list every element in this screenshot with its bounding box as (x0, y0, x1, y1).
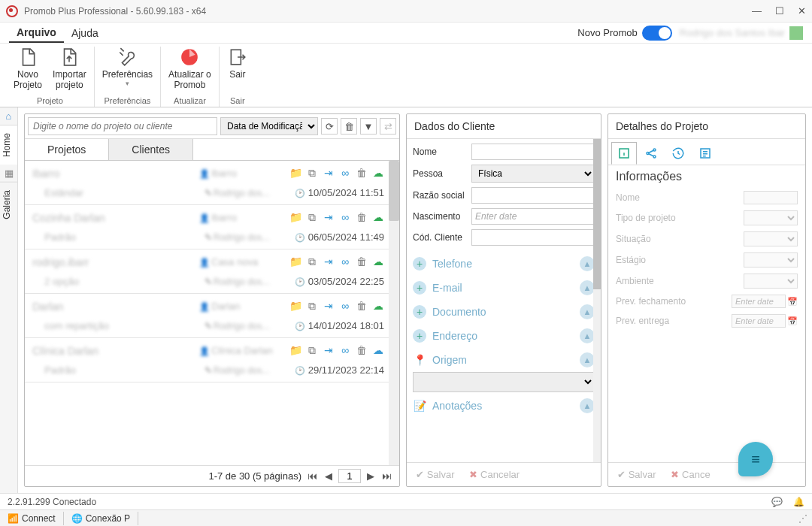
chat-fab-button[interactable]: ≡ (738, 442, 773, 476)
project-row[interactable]: rodrigo.ibarr Casa nova 📁 ⧉ ⇥ ∞ 🗑 ☁ 2 op… (25, 249, 399, 294)
input-nascimento[interactable] (471, 208, 595, 225)
calendar-icon[interactable]: 📅 (787, 297, 798, 307)
trash-icon[interactable]: 🗑 (356, 255, 368, 268)
copy-icon[interactable]: ⧉ (306, 167, 318, 180)
export-icon[interactable]: ⇥ (323, 211, 335, 224)
section-email[interactable]: +E-mail▲ (413, 274, 595, 298)
section-telefone[interactable]: +Telefone▲ (413, 250, 595, 274)
folder-icon[interactable]: 📁 (289, 211, 301, 224)
section-endereco[interactable]: +Endereço▲ (413, 322, 595, 346)
avatar[interactable] (789, 26, 803, 40)
section-anotacoes[interactable]: 📝Anotações▲ (413, 392, 595, 416)
bell-icon[interactable]: 🔔 (793, 497, 804, 507)
atualizar-button[interactable]: Atualizar o Promob (168, 47, 211, 91)
input-prev-entr[interactable] (732, 314, 786, 328)
input-cod[interactable] (471, 229, 595, 246)
folder-icon[interactable]: 📁 (289, 344, 301, 357)
tab-share-icon[interactable] (638, 142, 664, 165)
resize-grip-icon[interactable]: ⋰ (794, 513, 812, 524)
select-origem[interactable] (413, 372, 595, 392)
share-icon[interactable]: ∞ (339, 211, 351, 224)
menu-arquivo[interactable]: Arquivo (9, 23, 64, 43)
folder-icon[interactable]: 📁 (289, 255, 301, 268)
copy-icon[interactable]: ⧉ (306, 211, 318, 224)
project-row[interactable]: Cozinha Darlan Ibarro 📁 ⧉ ⇥ ∞ 🗑 ☁ Padrão… (25, 205, 399, 249)
trash-icon[interactable]: 🗑 (356, 211, 368, 224)
trash-icon[interactable]: 🗑 (356, 300, 368, 313)
cloud-icon[interactable]: ☁ (372, 344, 384, 357)
refresh-icon[interactable]: ⟳ (321, 118, 338, 135)
copy-icon[interactable]: ⧉ (306, 255, 318, 268)
select-estagio[interactable] (744, 252, 798, 268)
input-prev-fech[interactable] (732, 295, 786, 308)
cloud-icon[interactable]: ☁ (372, 167, 384, 180)
copy-icon[interactable]: ⧉ (306, 344, 318, 357)
export-icon[interactable]: ⇥ (323, 255, 335, 268)
scrollbar[interactable] (593, 139, 601, 462)
input-nome[interactable] (471, 144, 595, 160)
menu-ajuda[interactable]: Ajuda (64, 24, 106, 42)
sair-button[interactable]: Sair (227, 47, 248, 80)
trash-icon[interactable]: 🗑 (356, 167, 368, 180)
tab-checklist-icon[interactable] (692, 142, 718, 165)
share-icon[interactable]: ∞ (339, 300, 351, 313)
sort-select[interactable]: Data de Modificação (220, 117, 318, 135)
tab-history-icon[interactable] (665, 142, 691, 165)
close-icon[interactable]: ✕ (798, 5, 806, 17)
select-tipo[interactable] (744, 210, 798, 225)
cancelar-cliente-button[interactable]: Cancelar (469, 469, 520, 480)
trash-icon[interactable]: 🗑 (341, 118, 357, 135)
cancelar-projeto-button[interactable]: Cance (671, 469, 710, 480)
input-razao[interactable] (471, 187, 595, 204)
pager-last-icon[interactable]: ⏭ (380, 470, 393, 482)
tab-projetos[interactable]: Projetos (25, 139, 109, 160)
select-situacao[interactable] (744, 231, 798, 246)
export-icon[interactable]: ⇥ (323, 167, 335, 180)
minimize-icon[interactable]: — (752, 5, 762, 17)
novo-projeto-button[interactable]: Novo Projeto (14, 47, 42, 91)
project-row[interactable]: Clínica Darlan Clínica Darlan 📁 ⧉ ⇥ ∞ 🗑 … (25, 338, 399, 382)
statustab-conexao[interactable]: 🌐Conexão P (64, 512, 138, 525)
select-ambiente[interactable] (744, 274, 798, 289)
pager-page-input[interactable] (338, 469, 361, 483)
novo-promob-toggle[interactable] (642, 26, 672, 41)
importar-projeto-button[interactable]: Importar projeto (53, 47, 86, 91)
sync-icon[interactable]: ⇄ (380, 118, 396, 135)
input-nome-proj[interactable] (744, 191, 798, 204)
share-icon[interactable]: ∞ (339, 167, 351, 180)
label-nome: Nome (413, 147, 471, 157)
folder-icon[interactable]: 📁 (289, 167, 301, 180)
maximize-icon[interactable]: ☐ (775, 5, 784, 17)
export-icon[interactable]: ⇥ (323, 344, 335, 357)
statustab-connect[interactable]: 📶Connect (0, 512, 64, 525)
tab-info-icon[interactable] (611, 142, 637, 165)
select-pessoa[interactable]: Física (471, 165, 595, 183)
section-documento[interactable]: +Documento▲ (413, 298, 595, 322)
folder-icon[interactable]: 📁 (289, 300, 301, 313)
sidetab-galeria[interactable]: Galeria (0, 182, 17, 227)
share-icon[interactable]: ∞ (339, 344, 351, 357)
pager-prev-icon[interactable]: ◀ (323, 470, 334, 482)
section-origem[interactable]: 📍Origem▲ (413, 346, 595, 370)
copy-icon[interactable]: ⧉ (306, 300, 318, 313)
share-icon[interactable]: ∞ (339, 255, 351, 268)
scrollbar[interactable] (389, 161, 399, 465)
preferencias-button[interactable]: Preferências ▾ (102, 47, 153, 88)
cloud-icon[interactable]: ☁ (372, 211, 384, 224)
export-icon[interactable]: ⇥ (323, 300, 335, 313)
project-row[interactable]: Ibarro Ibarro 📁 ⧉ ⇥ ∞ 🗑 ☁ Estândar Rodri… (25, 161, 399, 205)
project-row[interactable]: Darlan Darlan 📁 ⧉ ⇥ ∞ 🗑 ☁ com repartição… (25, 294, 399, 338)
pager-next-icon[interactable]: ▶ (365, 470, 376, 482)
pager-first-icon[interactable]: ⏮ (306, 470, 319, 482)
trash-icon[interactable]: 🗑 (356, 344, 368, 357)
cloud-icon[interactable]: ☁ (372, 255, 384, 268)
search-input[interactable] (28, 117, 217, 135)
sidetab-home[interactable]: Home (0, 125, 17, 165)
salvar-projeto-button[interactable]: Salvar (617, 469, 656, 480)
filter-icon[interactable]: ▼ (360, 118, 377, 135)
calendar-icon[interactable]: 📅 (787, 316, 798, 326)
tab-clientes[interactable]: Clientes (109, 139, 193, 160)
salvar-cliente-button[interactable]: Salvar (416, 469, 454, 480)
cloud-icon[interactable]: ☁ (372, 300, 384, 313)
chat-icon[interactable]: 💬 (771, 497, 783, 507)
